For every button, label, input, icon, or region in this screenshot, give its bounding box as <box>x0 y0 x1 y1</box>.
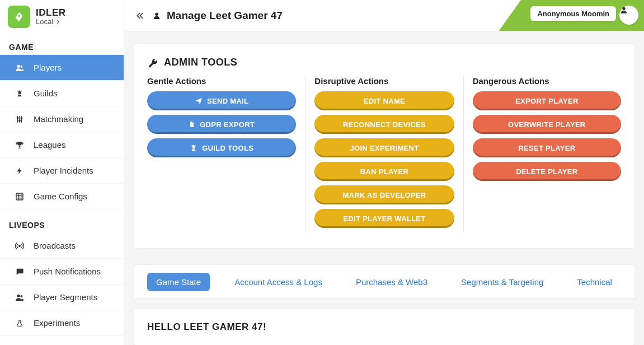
delete-player-button[interactable]: DELETE PLAYER <box>473 162 621 181</box>
svg-point-7 <box>19 245 21 246</box>
svg-rect-6 <box>16 193 23 200</box>
brand-env[interactable]: Local <box>36 18 66 26</box>
svg-point-0 <box>18 15 20 17</box>
sidebar-item-game-configs[interactable]: Game Configs <box>0 184 124 209</box>
admin-tools-title: ADMIN TOOLS <box>147 57 621 68</box>
brand-block[interactable]: IDLER Local <box>0 0 124 31</box>
mark-as-developer-button[interactable]: MARK AS DEVELOPER <box>314 185 454 204</box>
reset-player-button[interactable]: RESET PLAYER <box>473 138 621 157</box>
users-icon <box>15 63 25 72</box>
sidebar-item-guilds[interactable]: Guilds <box>0 81 124 106</box>
chess-icon <box>15 89 25 98</box>
chat-icon <box>15 267 25 276</box>
dangerous-actions-column: Dangerous Actions EXPORT PLAYEROVERWRITE… <box>463 76 621 232</box>
sidebar-item-player-incidents[interactable]: Player Incidents <box>0 158 124 184</box>
button-label: EXPORT PLAYER <box>515 97 579 105</box>
sidebar-item-leagues[interactable]: Leagues <box>0 132 124 158</box>
brand-logo-icon <box>8 6 30 28</box>
button-label: OVERWRITE PLAYER <box>508 120 585 129</box>
export-player-button[interactable]: EXPORT PLAYER <box>473 91 621 110</box>
bolt-icon <box>15 166 25 175</box>
player-hello-title: HELLO LEET GAMER 47! <box>147 321 621 333</box>
svg-point-3 <box>17 117 18 118</box>
sidebar-item-matchmaking[interactable]: Matchmaking <box>0 106 124 132</box>
reconnect-devices-button[interactable]: RECONNECT DEVICES <box>314 115 454 134</box>
svg-point-12 <box>622 7 625 10</box>
user-avatar-button[interactable] <box>619 6 638 25</box>
player-tabs: Game StateAccount Access & LogsPurchases… <box>133 264 635 299</box>
page-title: Manage Leet Gamer 47 <box>167 10 283 22</box>
sidebar-item-label: Matchmaking <box>34 114 83 124</box>
button-label: EDIT PLAYER WALLET <box>343 215 425 223</box>
svg-point-10 <box>155 12 158 15</box>
button-label: JOIN EXPERIMENT <box>350 144 419 152</box>
button-label: GUILD TOOLS <box>202 144 253 152</box>
svg-point-1 <box>17 64 20 67</box>
join-experiment-button[interactable]: JOIN EXPERIMENT <box>314 138 454 157</box>
edit-name-button[interactable]: EDIT NAME <box>314 91 454 110</box>
sidebar-item-label: Guilds <box>34 88 58 98</box>
svg-point-8 <box>17 294 20 297</box>
header-accent-wedge: Anonymous Moomin <box>499 0 644 31</box>
tab-technical[interactable]: Technical <box>568 273 621 291</box>
page-header: Manage Leet Gamer 47 Anonymous Moomin <box>124 0 644 31</box>
ban-player-button[interactable]: BAN PLAYER <box>314 162 454 181</box>
chess-icon <box>190 143 198 152</box>
button-label: RESET PLAYER <box>518 144 575 152</box>
sidebar-item-push-notifications[interactable]: Push Notifications <box>0 259 124 285</box>
sidebar-item-players[interactable]: Players <box>0 55 124 81</box>
person-icon <box>152 11 161 20</box>
gentle-actions-column: Gentle Actions SEND MAILGDPR EXPORTGUILD… <box>147 76 305 232</box>
svg-point-5 <box>21 118 22 119</box>
button-label: GDPR EXPORT <box>200 120 255 129</box>
sidebar-section-label: LIVEOPS <box>0 209 124 233</box>
flask-icon <box>15 319 25 328</box>
overwrite-player-button[interactable]: OVERWRITE PLAYER <box>473 115 621 134</box>
sidebar-section-label: GAME <box>0 31 124 55</box>
sidebar-item-label: Player Segments <box>34 292 97 302</box>
edit-player-wallet-button[interactable]: EDIT PLAYER WALLET <box>314 209 454 228</box>
plane-icon <box>195 97 203 105</box>
file-icon <box>189 120 195 128</box>
sliders-icon <box>15 115 25 124</box>
button-label: DELETE PLAYER <box>516 167 577 176</box>
disruptive-actions-label: Disruptive Actions <box>314 76 454 86</box>
button-label: BAN PLAYER <box>360 167 408 176</box>
sidebar-item-label: Player Incidents <box>34 166 93 175</box>
button-label: MARK AS DEVELOPER <box>342 191 426 199</box>
sidebar-item-label: Broadcasts <box>34 241 76 250</box>
wrench-icon <box>147 57 158 68</box>
gdpr-export-button[interactable]: GDPR EXPORT <box>147 115 296 134</box>
sidebar-item-experiments[interactable]: Experiments <box>0 310 124 336</box>
trophy-icon <box>15 141 25 150</box>
main-scroll-area[interactable]: ADMIN TOOLS Gentle Actions SEND MAILGDPR… <box>124 31 644 345</box>
svg-point-9 <box>20 295 22 297</box>
sidebar-item-player-segments[interactable]: Player Segments <box>0 285 124 310</box>
tab-purchases[interactable]: Purchases & Web3 <box>347 273 436 291</box>
guild-tools-button[interactable]: GUILD TOOLS <box>147 138 296 157</box>
send-mail-button[interactable]: SEND MAIL <box>147 91 296 110</box>
chevron-right-icon <box>55 19 61 25</box>
grid-icon <box>15 192 25 201</box>
sidebar-item-broadcasts[interactable]: Broadcasts <box>0 233 124 259</box>
collapse-sidebar-button[interactable] <box>133 11 145 21</box>
tab-segments[interactable]: Segments & Targeting <box>452 273 552 291</box>
sidebar-item-label: Players <box>34 63 62 72</box>
sidebar-item-label: Leagues <box>34 140 66 150</box>
broadcast-icon <box>15 241 25 250</box>
dangerous-actions-label: Dangerous Actions <box>473 76 621 86</box>
disruptive-actions-column: Disruptive Actions EDIT NAMERECONNECT DE… <box>305 76 463 232</box>
current-user-pill[interactable]: Anonymous Moomin <box>530 6 616 21</box>
button-label: RECONNECT DEVICES <box>343 120 426 129</box>
player-hello-card: HELLO LEET GAMER 47! <box>133 309 635 345</box>
gentle-actions-label: Gentle Actions <box>147 76 296 86</box>
users-icon <box>15 293 25 302</box>
svg-point-4 <box>19 120 20 121</box>
sidebar-item-label: Experiments <box>34 318 80 328</box>
svg-point-2 <box>20 66 22 68</box>
sidebar-item-label: Game Configs <box>34 192 87 201</box>
button-label: EDIT NAME <box>364 97 405 105</box>
tab-account[interactable]: Account Access & Logs <box>225 273 331 291</box>
tab-game-state[interactable]: Game State <box>147 273 210 291</box>
admin-tools-card: ADMIN TOOLS Gentle Actions SEND MAILGDPR… <box>133 44 635 249</box>
